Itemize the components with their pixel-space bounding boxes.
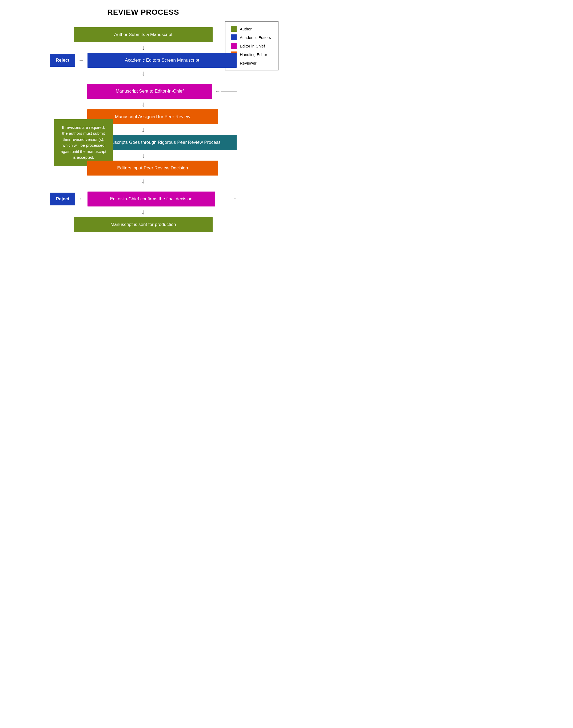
reject-box-2: Reject: [50, 193, 75, 205]
step-academic-screen: Academic Editors Screen Manuscript: [88, 53, 237, 68]
arrow-up-connector: ↑: [234, 196, 237, 203]
page-title: REVIEW PROCESS: [5, 8, 281, 16]
step-chief-confirm: Editor-in-Chief confirms the final decis…: [88, 192, 215, 206]
step-author-submit: Author Submits a Manuscript: [74, 27, 213, 42]
revision-note-box: If revisions are required, the authors m…: [54, 119, 113, 166]
step-production: Manuscript is sent for production: [74, 217, 213, 232]
reject-arrow-2: ←: [79, 196, 84, 203]
flow-container: Author Submits a Manuscript ↓ Reject ← A…: [5, 27, 281, 232]
arrow-from-revision: ←: [215, 88, 221, 95]
arrow-3: ↓: [139, 99, 147, 109]
reject-arrow-1: ←: [79, 57, 84, 64]
step-peer-decision: Editors input Peer Review Decision: [87, 161, 218, 175]
arrow-6: ↓: [139, 176, 147, 186]
arrow-1: ↓: [139, 43, 147, 52]
connector-right-bottom: [218, 199, 234, 199]
step-editor-chief: Manuscript Sent to Editor-in-Chief: [87, 84, 212, 99]
arrow-4: ↓: [139, 125, 147, 135]
arrow-2: ↓: [139, 68, 147, 78]
arrow-7: ↓: [139, 207, 147, 217]
arrow-5: ↓: [139, 150, 147, 160]
reject-box-1: Reject: [50, 54, 75, 67]
